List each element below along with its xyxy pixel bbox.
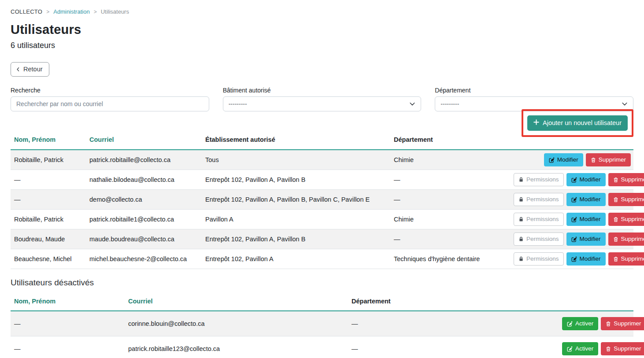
cell-name: Beauchesne, Michel (11, 249, 86, 269)
delete-label: Supprimer (599, 156, 626, 164)
plus-icon (533, 119, 539, 127)
building-select-value: --------- (229, 100, 247, 107)
cell-establishment: Entrepôt 102, Pavillon A, Pavillon B (202, 170, 390, 189)
edit-label: Modifier (580, 176, 601, 184)
lock-icon (518, 217, 524, 222)
department-filter: Département --------- (435, 87, 633, 111)
header-department: Département (348, 293, 559, 310)
edit-label: Modifier (580, 196, 601, 203)
add-user-button[interactable]: Ajouter un nouvel utilisateur (527, 115, 628, 131)
delete-button[interactable]: Supprimer (608, 252, 644, 266)
delete-label: Supprimer (614, 320, 641, 328)
cell-department: — (390, 190, 510, 209)
permissions-label: Permissions (526, 176, 559, 184)
delete-button[interactable]: Supprimer (608, 173, 644, 186)
chevron-left-icon (16, 66, 20, 72)
header-name[interactable]: Nom, Prénom (11, 293, 125, 310)
activate-button[interactable]: Activer (562, 342, 598, 355)
edit-label: Modifier (580, 215, 601, 223)
breadcrumb-root: COLLECTO (11, 8, 42, 15)
permissions-label: Permissions (526, 255, 559, 263)
cell-department: Chimie (390, 150, 510, 170)
delete-button[interactable]: Supprimer (601, 317, 644, 330)
edit-label: Modifier (580, 235, 601, 243)
trash-icon (613, 197, 618, 203)
table-row: Robitaille, Patrick patrick.robitaille1@… (11, 210, 633, 229)
table-row: Boudreau, Maude maude.boudreau@collecto.… (11, 229, 633, 249)
users-table: Nom, Prénom Courriel Établissement autor… (11, 131, 633, 269)
table-row: — nathalie.bilodeau@collecto.ca Entrepôt… (11, 170, 633, 190)
edit-button[interactable]: Modifier (544, 153, 583, 166)
delete-button[interactable]: Supprimer (608, 233, 644, 246)
cell-email: michel.beauchesne-2@collecto.ca (86, 249, 202, 269)
cell-department: — (390, 170, 510, 189)
permissions-label: Permissions (526, 235, 559, 243)
edit-button[interactable]: Modifier (566, 233, 606, 246)
edit-icon (549, 157, 555, 163)
breadcrumb-separator: > (94, 9, 97, 15)
activate-label: Activer (575, 320, 593, 328)
cell-email: patrick.robitaille@collecto.ca (86, 150, 202, 170)
permissions-button[interactable]: Permissions (514, 213, 564, 226)
delete-label: Supprimer (621, 255, 644, 263)
cell-name: — (11, 314, 125, 334)
add-user-button-label: Ajouter un nouvel utilisateur (543, 119, 622, 127)
edit-icon (571, 236, 577, 242)
edit-label: Modifier (557, 156, 578, 164)
cell-establishment: Entrepôt 102, Pavillon A, Pavillon B (202, 229, 390, 249)
trash-icon (613, 217, 618, 222)
permissions-button[interactable]: Permissions (514, 173, 564, 186)
cell-name: Boudreau, Maude (11, 229, 86, 249)
highlight-annotation-box: Ajouter un nouvel utilisateur (522, 109, 633, 137)
building-filter: Bâtiment autorisé --------- (223, 87, 422, 111)
edit-button[interactable]: Modifier (566, 173, 606, 186)
permissions-button[interactable]: Permissions (514, 193, 564, 206)
trash-icon (613, 256, 618, 262)
lock-icon (518, 256, 524, 262)
cell-actions: Activer Supprimer (559, 311, 644, 336)
cell-name: Robitaille, Patrick (11, 210, 86, 229)
trash-icon (591, 157, 596, 163)
breadcrumb-link-administration[interactable]: Administration (53, 8, 89, 15)
edit-button[interactable]: Modifier (566, 213, 606, 226)
delete-button[interactable]: Supprimer (608, 213, 644, 226)
disabled-users-table: Nom, Prénom Courriel Département — corin… (11, 293, 633, 358)
back-button[interactable]: Retour (11, 62, 49, 77)
delete-button[interactable]: Supprimer (586, 153, 631, 166)
disabled-table-body: — corinne.blouin@collecto.ca — Activer S… (11, 311, 633, 358)
cell-actions: Activer Supprimer (559, 336, 644, 358)
chevron-down-icon (409, 101, 415, 107)
delete-label: Supprimer (621, 176, 644, 184)
users-table-body: Robitaille, Patrick patrick.robitaille@c… (11, 150, 633, 269)
activate-button[interactable]: Activer (562, 317, 598, 330)
edit-button[interactable]: Modifier (566, 252, 606, 266)
header-email[interactable]: Courriel (125, 293, 348, 310)
cell-department: Chimie (390, 210, 510, 229)
cell-email: corinne.blouin@collecto.ca (125, 314, 348, 334)
edit-icon (571, 256, 577, 262)
cell-actions: Permissions Modifier Supprimer (510, 190, 644, 209)
trash-icon (606, 346, 611, 352)
cell-email: patrick.robitaille123@collecto.ca (125, 339, 348, 358)
permissions-label: Permissions (526, 215, 559, 223)
page-title: Utilisateurs (11, 22, 633, 37)
delete-button[interactable]: Supprimer (608, 193, 644, 206)
table-row: Beauchesne, Michel michel.beauchesne-2@c… (11, 249, 633, 269)
permissions-button[interactable]: Permissions (514, 252, 564, 266)
edit-icon (567, 321, 573, 327)
cell-email: patrick.robitaille1@collecto.ca (86, 210, 202, 229)
filters-bar: Recherche Bâtiment autorisé --------- Dé… (11, 87, 633, 111)
page: COLLECTO > Administration > Utilisateurs… (0, 0, 644, 358)
permissions-button[interactable]: Permissions (514, 233, 564, 246)
cell-email: demo@collecto.ca (86, 190, 202, 209)
cell-actions: Permissions Modifier Supprimer (510, 229, 644, 249)
department-label: Département (435, 87, 633, 94)
table-row: — corinne.blouin@collecto.ca — Activer S… (11, 311, 633, 336)
cell-establishment: Entrepôt 102, Pavillon A (202, 249, 390, 269)
edit-button[interactable]: Modifier (566, 193, 606, 206)
delete-label: Supprimer (621, 196, 644, 203)
cell-email: nathalie.bilodeau@collecto.ca (86, 170, 202, 189)
delete-button[interactable]: Supprimer (601, 342, 644, 355)
cell-establishment: Pavillon A (202, 210, 390, 229)
add-user-area: Ajouter un nouvel utilisateur (11, 109, 633, 137)
